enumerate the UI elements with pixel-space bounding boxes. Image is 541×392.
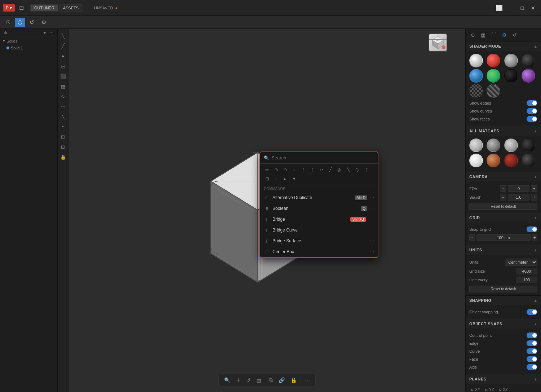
maximize-button[interactable]: □: [518, 4, 527, 12]
unit-select[interactable]: Centimeter Millimeter Meter Inch: [505, 259, 537, 266]
all-matcap-6[interactable]: [487, 154, 500, 167]
toolbar-icon-3[interactable]: ↺: [27, 18, 37, 27]
matcap-dark[interactable]: [522, 54, 535, 67]
cmd-tool-9[interactable]: ◎: [335, 166, 343, 174]
cube-widget[interactable]: TOP: [429, 33, 447, 52]
bottom-rotate-btn[interactable]: ↺: [244, 376, 253, 384]
show-curves-toggle[interactable]: [527, 108, 537, 114]
command-search-bar[interactable]: 🔍: [260, 152, 378, 164]
matcap-white[interactable]: [469, 54, 483, 67]
rp-icon-5[interactable]: ↺: [510, 31, 519, 39]
edge-toggle[interactable]: [527, 340, 537, 346]
cmd-tool-15[interactable]: ▸: [281, 175, 289, 183]
units-header[interactable]: UNITS ▲: [466, 245, 541, 255]
secondary-panel-button[interactable]: ⬜: [493, 3, 505, 13]
cmd-item-bridge[interactable]: ∫ Bridge Shift+B ⋯: [260, 214, 378, 225]
bottom-more-btn[interactable]: ⋯: [302, 376, 312, 384]
all-matcaps-header[interactable]: ALL MATCAPS ▲: [466, 126, 541, 136]
cmd-tool-6[interactable]: ∫: [308, 166, 316, 174]
assets-tab[interactable]: ASSETS: [59, 4, 83, 12]
matcap-green[interactable]: [487, 69, 500, 83]
cmd-tool-14[interactable]: ↔: [272, 175, 280, 183]
fov-plus-button[interactable]: +: [531, 185, 537, 192]
fov-minus-button[interactable]: −: [500, 185, 506, 192]
object-snapping-toggle[interactable]: [527, 309, 537, 315]
new-file-button[interactable]: ⊡: [17, 3, 26, 13]
tool-curve[interactable]: ∿: [58, 92, 68, 101]
matcap-checker[interactable]: [469, 84, 483, 98]
all-matcap-8[interactable]: [522, 154, 535, 167]
cmd-tool-3[interactable]: ⊖: [281, 166, 289, 174]
grid-size-input[interactable]: [516, 268, 537, 274]
bottom-transform-btn[interactable]: ✛: [234, 376, 243, 384]
cmd-tool-13[interactable]: ⊞: [263, 175, 271, 183]
tool-solid[interactable]: ⊞: [58, 132, 68, 141]
logo-button[interactable]: P ▾: [3, 4, 15, 12]
cmd-tool-8[interactable]: ╱: [326, 166, 334, 174]
plane-xz-button[interactable]: ⊾ XZ: [497, 387, 509, 392]
snap-to-grid-toggle[interactable]: [527, 226, 537, 232]
camera-header[interactable]: CAMERA ▲: [466, 172, 541, 181]
grid-plus-button[interactable]: +: [532, 234, 538, 241]
show-faces-toggle[interactable]: [527, 116, 537, 122]
cmd-tool-16[interactable]: ▾: [290, 175, 298, 183]
outliner-item-solid1[interactable]: Solid 1: [0, 45, 57, 51]
plane-xy-button[interactable]: ⊾ XY: [469, 387, 482, 392]
outliner-tab[interactable]: OUTLINER: [30, 4, 58, 12]
tool-draw[interactable]: ╱: [58, 41, 68, 50]
minimize-button[interactable]: ─: [507, 4, 516, 12]
face-toggle[interactable]: [527, 356, 537, 362]
grid-header[interactable]: GRID ▲: [466, 213, 541, 223]
cmd-tool-1[interactable]: ✏: [263, 166, 271, 174]
cmd-tool-7[interactable]: ↩: [317, 166, 325, 174]
matcap-black[interactable]: [504, 69, 518, 83]
tool-node[interactable]: ⊹: [58, 102, 68, 111]
tool-line[interactable]: ╲: [58, 112, 68, 121]
tool-sphere[interactable]: ◎: [58, 61, 68, 71]
rp-icon-2[interactable]: ▦: [479, 31, 488, 39]
matcap-red[interactable]: [487, 54, 500, 67]
rp-icon-4[interactable]: ⚙: [500, 31, 509, 39]
tool-dot[interactable]: •: [58, 122, 68, 131]
bottom-duplicate-btn[interactable]: ⧉: [267, 375, 275, 384]
cmd-item-bridge-surface[interactable]: ∫ Bridge Surface ⋯: [260, 235, 378, 246]
search-input[interactable]: [271, 155, 374, 160]
matcap-gray[interactable]: [504, 54, 518, 67]
tool-select[interactable]: ╲: [58, 31, 68, 40]
squish-input[interactable]: [508, 194, 529, 201]
grid-minus-button[interactable]: −: [469, 234, 475, 241]
object-snaps-header[interactable]: OBJECT SNAPS ▲: [466, 319, 541, 329]
cmd-tool-2[interactable]: ⊕: [272, 166, 280, 174]
rp-icon-3[interactable]: ⛶: [489, 31, 498, 39]
cmd-tool-11[interactable]: ⬡: [353, 166, 361, 174]
tool-measure[interactable]: ▦: [58, 82, 68, 91]
tool-trim[interactable]: ⬛: [58, 71, 68, 81]
toolbar-icon-2[interactable]: ⬡: [15, 18, 25, 27]
matcap-blue[interactable]: [469, 69, 483, 83]
plane-yz-button[interactable]: ⊾ YZ: [483, 387, 496, 392]
outliner-group-solids[interactable]: ▾ Solids: [0, 37, 57, 45]
panel-filter-button[interactable]: ▾: [42, 30, 47, 36]
cmd-tool-10[interactable]: ╲: [344, 166, 352, 174]
planes-header[interactable]: PLANES ▲: [466, 374, 541, 384]
matcap-purple[interactable]: [522, 69, 535, 83]
axis-toggle[interactable]: [527, 364, 537, 370]
all-matcap-7[interactable]: [504, 154, 518, 167]
bottom-search-btn[interactable]: 🔍: [222, 376, 233, 384]
snapping-header[interactable]: SNAPPING ▲: [466, 296, 541, 305]
all-matcap-1[interactable]: [469, 138, 483, 152]
line-every-input[interactable]: [516, 277, 537, 283]
tool-lock[interactable]: 🔒: [58, 152, 68, 162]
all-matcap-2[interactable]: [487, 138, 500, 152]
grid-value-input[interactable]: [476, 234, 531, 241]
cmd-item-center-box[interactable]: ⊡ Center Box ⋯: [260, 246, 378, 257]
tool-extra[interactable]: ⊟: [58, 142, 68, 151]
fov-input[interactable]: [508, 185, 529, 192]
cmd-item-boolean[interactable]: ⊕ Boolean Q ⋯: [260, 203, 378, 214]
rp-icon-1[interactable]: ⊙: [469, 31, 477, 39]
bottom-grid-btn[interactable]: ▤: [254, 376, 263, 384]
bottom-lock-btn[interactable]: 🔒: [288, 376, 299, 384]
viewport[interactable]: TOP 🔍 ✏ ⊕ ⊖ ↔ ∫ ∫ ↩ ╱ ◎ ╲ ⬡: [68, 29, 465, 392]
cmd-tool-5[interactable]: ∫: [299, 166, 307, 174]
show-edges-toggle[interactable]: [527, 100, 537, 106]
